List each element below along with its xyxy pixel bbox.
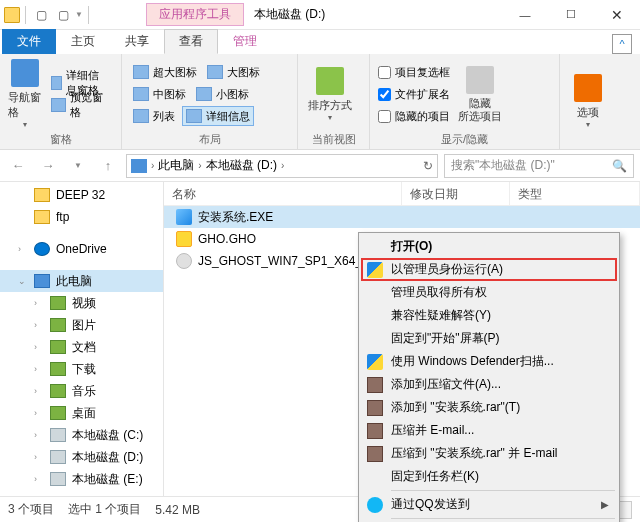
window-title: 本地磁盘 (D:) xyxy=(254,6,325,23)
tree-drive-d[interactable]: ›本地磁盘 (D:) xyxy=(0,446,163,468)
menu-separator xyxy=(391,518,615,519)
menu-troubleshoot[interactable]: 兼容性疑难解答(Y) xyxy=(361,304,617,327)
qat-button[interactable]: ▢ xyxy=(31,5,51,25)
layout-details[interactable]: 详细信息 xyxy=(182,106,254,126)
hidden-items-toggle[interactable]: 隐藏的项目 xyxy=(378,106,450,126)
tab-view[interactable]: 查看 xyxy=(164,29,218,54)
sort-button[interactable]: 排序方式 ▾ xyxy=(306,58,354,130)
layout-list[interactable]: 列表 xyxy=(130,106,178,126)
tree-music[interactable]: ›音乐 xyxy=(0,380,163,402)
menu-admin-ownership[interactable]: 管理员取得所有权 xyxy=(361,281,617,304)
search-icon[interactable]: 🔍 xyxy=(612,159,627,173)
recent-dropdown[interactable]: ▼ xyxy=(66,154,90,178)
column-date[interactable]: 修改日期 xyxy=(402,182,510,205)
menu-pin-start[interactable]: 固定到"开始"屏幕(P) xyxy=(361,327,617,350)
layout-large-icons[interactable]: 大图标 xyxy=(204,62,263,82)
quick-access-toolbar: ▢ ▢ ▼ xyxy=(0,5,96,25)
navigation-pane-button[interactable]: 导航窗格 ▾ xyxy=(8,58,42,130)
gho-icon xyxy=(176,231,192,247)
layout-small-icons[interactable]: 小图标 xyxy=(193,84,252,104)
menu-open[interactable]: 打开(O) xyxy=(361,235,617,258)
chevron-right-icon[interactable]: › xyxy=(281,160,284,171)
back-button[interactable]: ← xyxy=(6,154,30,178)
breadcrumb-thispc[interactable]: 此电脑 xyxy=(158,157,194,174)
menu-run-as-admin[interactable]: 以管理员身份运行(A) xyxy=(361,258,617,281)
item-count: 3 个项目 xyxy=(8,501,54,518)
ribbon-tabs: 文件 主页 共享 查看 管理 ^ xyxy=(0,30,640,54)
forward-button[interactable]: → xyxy=(36,154,60,178)
file-extensions-toggle[interactable]: 文件扩展名 xyxy=(378,84,450,104)
details-pane-icon xyxy=(51,76,62,90)
chevron-right-icon[interactable]: › xyxy=(151,160,154,171)
tree-desktop[interactable]: ›桌面 xyxy=(0,402,163,424)
tab-home[interactable]: 主页 xyxy=(56,29,110,54)
hide-selected-label: 隐藏 所选项目 xyxy=(458,97,502,121)
qq-icon xyxy=(367,497,383,513)
group-label: 布局 xyxy=(130,130,289,147)
preview-pane-button[interactable]: 预览窗格 xyxy=(48,95,113,115)
tab-share[interactable]: 共享 xyxy=(110,29,164,54)
file-row[interactable]: 安装系统.EXE xyxy=(164,206,640,228)
up-button[interactable]: ↑ xyxy=(96,154,120,178)
selected-count: 选中 1 个项目 xyxy=(68,501,141,518)
menu-add-rar[interactable]: 添加到 "安装系统.rar"(T) xyxy=(361,396,617,419)
column-name[interactable]: 名称 xyxy=(164,182,402,205)
options-button[interactable]: 选项 ▾ xyxy=(568,58,608,145)
archive-icon xyxy=(367,377,383,393)
search-input[interactable]: 搜索"本地磁盘 (D:)" 🔍 xyxy=(444,154,634,178)
search-placeholder: 搜索"本地磁盘 (D:)" xyxy=(451,157,555,174)
column-type[interactable]: 类型 xyxy=(510,182,640,205)
breadcrumb-drive[interactable]: 本地磁盘 (D:) xyxy=(206,157,277,174)
submenu-arrow-icon: ▶ xyxy=(601,499,609,510)
address-row: ← → ▼ ↑ › 此电脑 › 本地磁盘 (D:) › ↻ 搜索"本地磁盘 (D… xyxy=(0,150,640,182)
shield-icon xyxy=(367,354,383,370)
pc-icon xyxy=(131,159,147,173)
close-button[interactable]: ✕ xyxy=(594,0,640,30)
navigation-tree[interactable]: DEEP 32 ftp ›OneDrive ⌄此电脑 ›视频 ›图片 ›文档 ›… xyxy=(0,182,164,496)
selected-size: 5.42 MB xyxy=(155,503,200,517)
archive-icon xyxy=(367,423,383,439)
tab-manage[interactable]: 管理 xyxy=(218,29,272,54)
layout-xl-icons[interactable]: 超大图标 xyxy=(130,62,200,82)
menu-qq-send[interactable]: 通过QQ发送到▶ xyxy=(361,493,617,516)
column-headers: 名称 修改日期 类型 xyxy=(164,182,640,206)
preview-pane-icon xyxy=(51,98,66,112)
menu-compress-rar-email[interactable]: 压缩到 "安装系统.rar" 并 E-mail xyxy=(361,442,617,465)
refresh-icon[interactable]: ↻ xyxy=(423,159,433,173)
archive-icon xyxy=(367,446,383,462)
context-menu: 打开(O) 以管理员身份运行(A) 管理员取得所有权 兼容性疑难解答(Y) 固定… xyxy=(358,232,620,522)
file-name: 安装系统.EXE xyxy=(198,209,273,226)
address-bar[interactable]: › 此电脑 › 本地磁盘 (D:) › ↻ xyxy=(126,154,438,178)
minimize-button[interactable]: — xyxy=(502,0,548,30)
menu-add-archive[interactable]: 添加到压缩文件(A)... xyxy=(361,373,617,396)
tree-documents[interactable]: ›文档 xyxy=(0,336,163,358)
qat-button[interactable]: ▢ xyxy=(53,5,73,25)
sort-label: 排序方式 xyxy=(308,98,352,113)
maximize-button[interactable]: ☐ xyxy=(548,0,594,30)
tab-file[interactable]: 文件 xyxy=(2,29,56,54)
menu-separator xyxy=(391,490,615,491)
menu-compress-email[interactable]: 压缩并 E-mail... xyxy=(361,419,617,442)
tree-onedrive[interactable]: ›OneDrive xyxy=(0,238,163,260)
help-collapse-button[interactable]: ^ xyxy=(612,34,632,54)
tree-drive-c[interactable]: ›本地磁盘 (C:) xyxy=(0,424,163,446)
tree-drive-e[interactable]: ›本地磁盘 (E:) xyxy=(0,468,163,490)
ribbon: 导航窗格 ▾ 详细信息窗格 预览窗格 窗格 超大图标 大图标 中图标 小图标 xyxy=(0,54,640,150)
menu-defender-scan[interactable]: 使用 Windows Defender扫描... xyxy=(361,350,617,373)
layout-medium-icons[interactable]: 中图标 xyxy=(130,84,189,104)
menu-pin-taskbar[interactable]: 固定到任务栏(K) xyxy=(361,465,617,488)
tree-folder[interactable]: ftp xyxy=(0,206,163,228)
item-checkboxes-toggle[interactable]: 项目复选框 xyxy=(378,62,450,82)
tree-downloads[interactable]: ›下载 xyxy=(0,358,163,380)
hide-icon xyxy=(466,66,494,94)
qat-dropdown-icon[interactable]: ▼ xyxy=(75,10,83,19)
hide-selected-button[interactable]: 隐藏 所选项目 xyxy=(456,58,504,130)
title-bar: ▢ ▢ ▼ 应用程序工具 本地磁盘 (D:) — ☐ ✕ xyxy=(0,0,640,30)
tree-folder[interactable]: DEEP 32 xyxy=(0,184,163,206)
tree-pictures[interactable]: ›图片 xyxy=(0,314,163,336)
tree-videos[interactable]: ›视频 xyxy=(0,292,163,314)
tree-thispc[interactable]: ⌄此电脑 xyxy=(0,270,163,292)
options-icon xyxy=(574,74,602,102)
navigation-pane-label: 导航窗格 xyxy=(8,90,42,120)
chevron-right-icon[interactable]: › xyxy=(198,160,201,171)
